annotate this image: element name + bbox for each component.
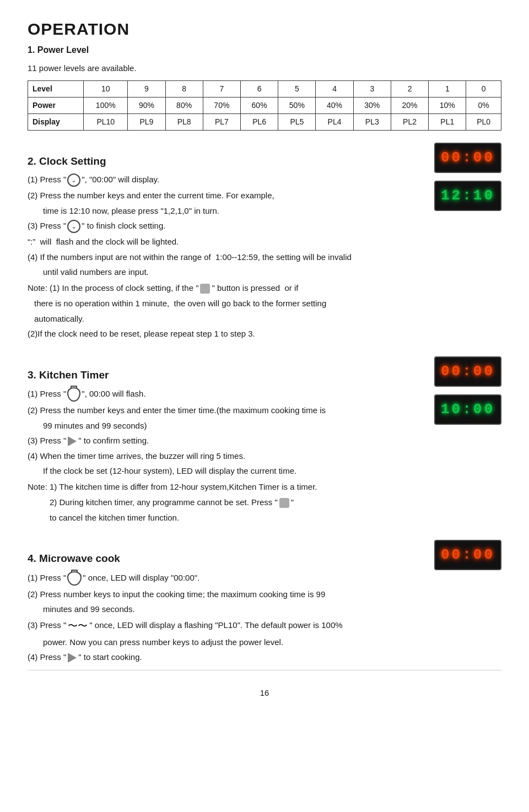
microwave-instr-3b: power. Now you can press number keys to … (43, 636, 424, 649)
chevron-down-icon: ⌄ (67, 174, 80, 187)
clock-display-1: 00:00 (434, 143, 501, 173)
microwave-instr-2b: minutes and 99 seconds. (43, 603, 424, 616)
section1-subtitle: 11 power levels are available. (28, 62, 501, 75)
microwave-title: 4. Microwave cook (28, 551, 424, 567)
play-button-icon (68, 436, 77, 446)
clock-setting-title: 2. Clock Setting (28, 154, 424, 170)
microwave-instr-2: (2) Press number keys to input the cooki… (28, 588, 424, 601)
clock-instr-2: (2) Press the number keys and enter the … (28, 190, 424, 202)
kitchen-note-2b: to cancel the kitchen timer function. (50, 512, 424, 524)
microwave-displays: 00:00 (434, 538, 501, 570)
kitchen-displays: 00:00 10:00 (434, 354, 501, 425)
clock-instr-3b: “:” will flash and the clock will be lig… (28, 236, 424, 248)
page-divider (28, 670, 501, 670)
power-level-table: Level 10 9 8 7 6 5 4 3 2 1 0 Power 100% … (28, 80, 501, 131)
page-title: OPERATION (28, 17, 501, 41)
clock-note-2: (2)If the clock need to be reset, please… (28, 328, 424, 340)
kitchen-timer-section: 3. Kitchen Timer (1) Press "", 00:00 wil… (28, 354, 501, 527)
timer-icon (67, 387, 80, 402)
microwave-text: 4. Microwave cook (1) Press "" once, LED… (28, 538, 424, 667)
microwave-instr-3: (3) Press "〜〜" once, LED will display a … (28, 619, 424, 634)
clock-instr-2b: time is 12:10 now, please press "1,2,1,0… (43, 205, 424, 218)
kitchen-note-2: 2) During kitchen timer, any programme c… (50, 496, 424, 509)
microwave-instr-1: (1) Press "" once, LED will display "00:… (28, 571, 424, 586)
clock-note-1c: automatically. (34, 313, 424, 326)
kitchen-instr-3: (3) Press "" to confirm setting. (28, 435, 424, 447)
stop-button-icon (200, 284, 210, 294)
microwave-section: 4. Microwave cook (1) Press "" once, LED… (28, 538, 501, 667)
clock-instr-4b: until valid numbers are input. (43, 266, 424, 279)
kitchen-instr-1: (1) Press "", 00:00 will flash. (28, 387, 424, 402)
clock-setting-section: 2. Clock Setting (1) Press "⌄", "00:00" … (28, 140, 501, 343)
clock-display-2: 12:10 (434, 181, 501, 211)
clock-instr-3: (3) Press "⌄" to finish clock setting. (28, 220, 424, 233)
kitchen-instr-4b: If the clock be set (12-hour system), LE… (43, 465, 424, 478)
kitchen-instr-2b: 99 minutes and 99 seconds) (43, 420, 424, 432)
kitchen-note-1: Note: 1) The kitchen time is differ from… (28, 481, 424, 494)
kitchen-display-2: 10:00 (434, 394, 501, 425)
microwave-instr-4: (4) Press "" to start cooking. (28, 651, 424, 664)
clock-instr-4: (4) If the numbers input are not within … (28, 251, 424, 264)
clock-setting-text: 2. Clock Setting (1) Press "⌄", "00:00" … (28, 140, 424, 343)
section1-title: 1. Power Level (28, 44, 501, 57)
kitchen-display-1: 00:00 (434, 356, 501, 387)
play-button-icon-2 (68, 653, 77, 663)
chevron-down-icon-2: ⌄ (67, 220, 80, 233)
clock-note-1b: there is no operation within 1 minute, t… (34, 297, 424, 310)
kitchen-timer-title: 3. Kitchen Timer (28, 367, 424, 383)
table-row-display: Display PL10 PL9 PL8 PL7 PL6 PL5 PL4 PL3… (28, 113, 501, 130)
microwave-display-1: 00:00 (434, 540, 501, 570)
wave-icon: 〜〜 (68, 619, 88, 634)
stop-icon-2 (279, 498, 289, 508)
kitchen-instr-4: (4) When the timer time arrives, the buz… (28, 450, 424, 463)
clock-note-1: Note: (1) In the process of clock settin… (28, 282, 424, 295)
table-row-level: Level 10 9 8 7 6 5 4 3 2 1 0 (28, 80, 501, 97)
kitchen-timer-text: 3. Kitchen Timer (1) Press "", 00:00 wil… (28, 354, 424, 527)
table-row-power: Power 100% 90% 80% 70% 60% 50% 40% 30% 2… (28, 97, 501, 113)
page-number: 16 (28, 687, 501, 700)
kitchen-instr-2: (2) Press the number keys and enter the … (28, 404, 424, 417)
clock-displays: 00:00 12:10 (434, 140, 501, 211)
microwave-icon (67, 571, 82, 586)
clock-instr-1: (1) Press "⌄", "00:00" will display. (28, 174, 424, 187)
